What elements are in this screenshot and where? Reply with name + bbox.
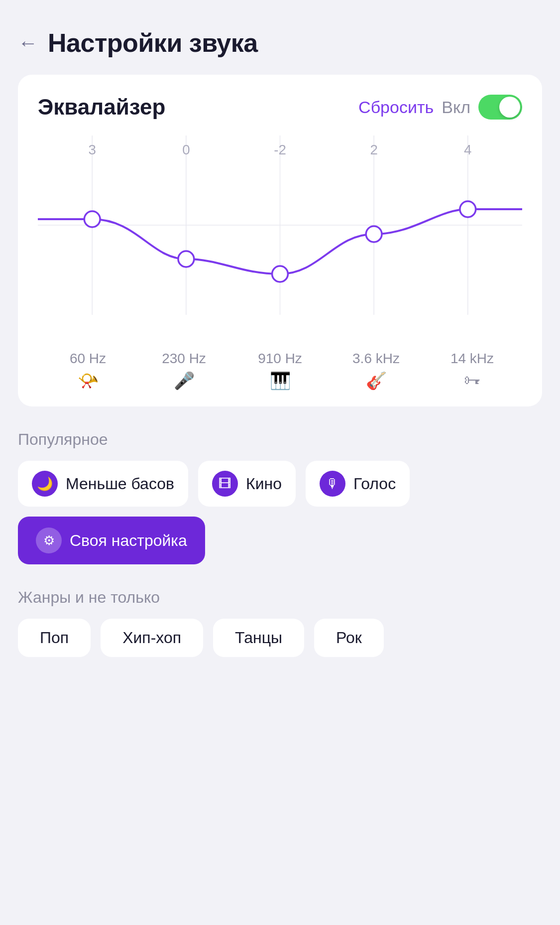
chip-label-less-bass: Меньше басов — [66, 475, 174, 493]
chip-less-bass[interactable]: 🌙 Меньше басов — [18, 461, 188, 507]
chip-icon-cinema: 🎞 — [212, 471, 238, 497]
back-button[interactable]: ← — [18, 33, 38, 53]
eq-reset-button[interactable]: Сбросить — [358, 98, 434, 117]
equalizer-section: Эквалайзер Сбросить Вкл — [0, 75, 560, 406]
eq-point-1[interactable] — [84, 211, 100, 227]
eq-controls: Сбросить Вкл — [358, 95, 522, 120]
chip-icon-voice: 🎙 — [320, 471, 345, 497]
eq-title: Эквалайзер — [38, 95, 165, 120]
eq-point-4[interactable] — [366, 226, 382, 242]
freq-col-3: 910 Hz 🎹 — [232, 351, 328, 391]
toggle-track — [478, 95, 522, 120]
chip-label-cinema: Кино — [246, 475, 282, 493]
freq-label-4: 3.6 kHz — [352, 351, 400, 367]
popular-section-title: Популярное — [18, 430, 542, 449]
genre-chip-rock[interactable]: Рок — [314, 619, 384, 657]
popular-chips-row: 🌙 Меньше басов 🎞 Кино 🎙 Голос — [18, 461, 542, 507]
eq-svg: 3 0 -2 2 4 — [38, 135, 522, 345]
genre-chips-row: Поп Хип-хоп Танцы Рок — [18, 619, 542, 657]
chip-cinema[interactable]: 🎞 Кино — [198, 461, 296, 507]
chip-custom[interactable]: ⚙ Своя настройка — [18, 517, 205, 564]
eq-toggle-label: Вкл — [442, 98, 470, 117]
freq-label-2: 230 Hz — [162, 351, 206, 367]
svg-text:2: 2 — [370, 142, 377, 157]
genre-chip-pop[interactable]: Поп — [18, 619, 91, 657]
genre-chip-dance[interactable]: Танцы — [213, 619, 304, 657]
freq-col-5: 14 kHz 🗝 — [424, 351, 520, 391]
freq-icon-2: 🎤 — [174, 371, 195, 391]
chip-icon-custom: ⚙ — [36, 528, 62, 553]
chip-label-custom: Своя настройка — [70, 531, 187, 550]
freq-icon-4: 🎸 — [366, 371, 387, 391]
eq-toggle[interactable] — [478, 95, 522, 120]
svg-text:-2: -2 — [274, 142, 286, 157]
eq-header: Эквалайзер Сбросить Вкл — [38, 95, 522, 120]
chip-label-voice: Голос — [353, 475, 396, 493]
equalizer-card: Эквалайзер Сбросить Вкл — [18, 75, 542, 406]
page-title: Настройки звука — [48, 28, 258, 58]
freq-col-1: 60 Hz 📯 — [40, 351, 136, 391]
freq-icon-5: 🗝 — [464, 371, 481, 390]
eq-point-2[interactable] — [178, 251, 194, 267]
genre-chip-hiphop[interactable]: Хип-хоп — [101, 619, 203, 657]
freq-col-2: 230 Hz 🎤 — [136, 351, 232, 391]
genres-section: Жанры и не только Поп Хип-хоп Танцы Рок — [0, 588, 560, 657]
svg-text:3: 3 — [88, 142, 96, 157]
svg-text:4: 4 — [464, 142, 471, 157]
freq-label-3: 910 Hz — [258, 351, 302, 367]
svg-text:0: 0 — [182, 142, 190, 157]
toggle-thumb — [499, 97, 520, 118]
freq-label-1: 60 Hz — [70, 351, 106, 367]
chip-voice[interactable]: 🎙 Голос — [306, 461, 410, 507]
eq-point-5[interactable] — [460, 201, 476, 217]
freq-icon-1: 📯 — [78, 371, 99, 391]
freq-label-5: 14 kHz — [450, 351, 494, 367]
bottom-spacer — [0, 657, 560, 757]
header: ← Настройки звука — [0, 0, 560, 70]
eq-freq-labels: 60 Hz 📯 230 Hz 🎤 910 Hz 🎹 3.6 kHz 🎸 14 k… — [38, 351, 522, 391]
eq-graph[interactable]: 3 0 -2 2 4 — [38, 135, 522, 345]
genres-section-title: Жанры и не только — [18, 588, 542, 607]
freq-icon-3: 🎹 — [270, 371, 291, 391]
popular-section: Популярное 🌙 Меньше басов 🎞 Кино 🎙 Голос… — [0, 430, 560, 564]
chip-icon-less-bass: 🌙 — [32, 471, 58, 497]
eq-point-3[interactable] — [272, 266, 288, 282]
freq-col-4: 3.6 kHz 🎸 — [328, 351, 424, 391]
